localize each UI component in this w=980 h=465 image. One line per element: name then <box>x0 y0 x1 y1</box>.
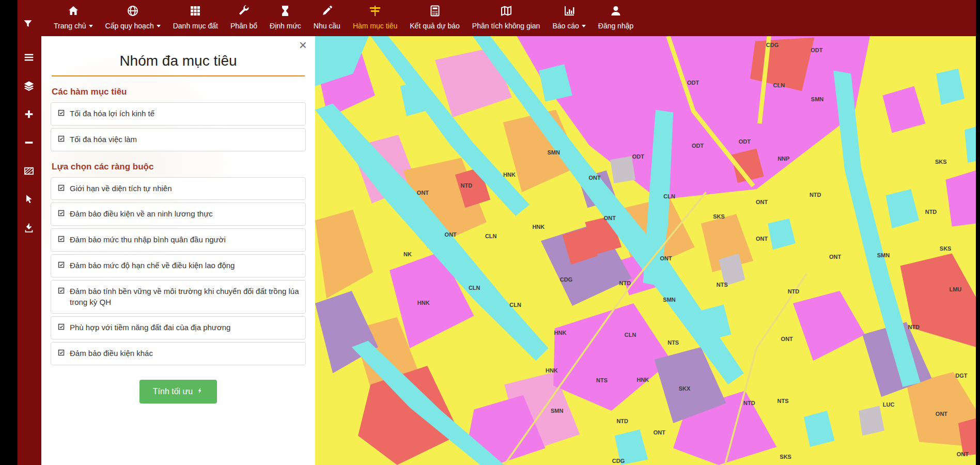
nav-item-3[interactable]: Phân bổ <box>224 0 263 30</box>
select-area-icon <box>23 169 35 178</box>
option-row[interactable]: Phù hợp với tiềm năng đất đai của địa ph… <box>51 316 306 339</box>
option-row[interactable]: Đảm bảo mức độ hạn chế về điều kiện lao … <box>51 254 306 277</box>
check-square-icon[interactable] <box>57 286 65 298</box>
map-zone-label: ONT <box>957 451 969 457</box>
section-heading: Các hàm mục tiêu <box>51 87 306 97</box>
check-square-icon[interactable] <box>57 134 65 146</box>
map-zone-label: HNK <box>546 367 558 374</box>
nav-item-label: Phân tích không gian <box>472 22 540 30</box>
map-zone-label: ONT <box>604 215 616 221</box>
select-area-tool[interactable] <box>23 165 36 178</box>
nav-item-2[interactable]: Danh mục đất <box>167 0 224 30</box>
map-zone-label: ONT <box>936 411 947 417</box>
check-square-icon[interactable] <box>57 322 65 334</box>
option-row[interactable]: Đảm bảo điều kiện về an ninh lương thực <box>51 203 306 226</box>
chart-icon <box>563 5 575 19</box>
map-zone-label: SKS <box>940 245 952 252</box>
map-zone-label: CLN <box>509 302 521 308</box>
option-label: Đảm bảo mức độ hạn chế về điều kiện lao … <box>70 260 235 271</box>
map-zone-label: HNK <box>636 377 649 383</box>
map-zone-label: ONT <box>660 255 672 261</box>
option-label: Đảm bảo tính bền vững về môi trường khi … <box>70 286 299 308</box>
map-zone-label: CDG <box>560 276 572 283</box>
nav-item-9[interactable]: Báo cáo <box>546 0 592 30</box>
close-panel-button[interactable]: × <box>299 38 307 52</box>
wrench-icon <box>238 5 250 19</box>
filter-button[interactable] <box>23 19 36 32</box>
signpost-icon <box>369 5 381 19</box>
map-zone-label: ONT <box>781 336 793 342</box>
nav-item-7[interactable]: Kết quả dự báo <box>403 0 466 30</box>
map-zone-label: NTS <box>777 398 789 404</box>
nav-item-0[interactable]: Trang chủ <box>48 0 99 30</box>
map-zone-label: NK <box>403 251 412 257</box>
nav-item-label: Trang chủ <box>54 22 93 30</box>
caret-down-icon <box>89 25 93 27</box>
map-toolbar <box>18 36 41 465</box>
bolt-icon <box>197 386 204 397</box>
compute-optimal-button[interactable]: Tính tối ưu <box>139 380 217 404</box>
nav-item-5[interactable]: Nhu cầu <box>307 0 347 30</box>
map-zone-label: ONT <box>756 236 768 242</box>
section-heading: Lựa chọn các ràng buộc <box>51 162 306 172</box>
check-square-icon[interactable] <box>57 108 65 120</box>
option-label: Tối đa hóa lợi ích kinh tế <box>70 108 154 119</box>
zoom-out-icon <box>23 141 35 150</box>
option-row[interactable]: Đảm bảo mức thu nhập bình quân đầu người <box>51 228 306 252</box>
title-divider <box>52 75 305 76</box>
map-zone-label: ODT <box>632 153 644 160</box>
map-zone-label: NTD <box>619 280 631 286</box>
nav-item-8[interactable]: Phân tích không gian <box>466 0 547 30</box>
grid-icon <box>189 5 201 19</box>
map-zone-label: ODT <box>692 143 704 149</box>
nav-item-1[interactable]: Cấp quy hoạch <box>99 0 167 30</box>
nav-item-6[interactable]: Hàm mục tiêu <box>347 0 403 30</box>
option-label: Đảm bảo điều kiện khác <box>70 348 153 359</box>
map-zone-label: SKS <box>713 213 725 220</box>
download-icon <box>23 226 35 235</box>
user-icon <box>610 5 622 19</box>
option-row[interactable]: Tối đa hóa việc làm <box>51 128 306 151</box>
check-square-icon[interactable] <box>57 348 65 360</box>
layers-icon <box>23 84 35 93</box>
nav-item-10[interactable]: Đăng nhập <box>592 0 640 30</box>
option-label: Đảm bảo điều kiện về an ninh lương thực <box>70 208 213 220</box>
menu-icon <box>23 56 35 65</box>
check-square-icon[interactable] <box>57 260 65 272</box>
map-zone-label: NTD <box>908 324 920 330</box>
option-row[interactable]: Đảm bảo tính bền vững về môi trường khi … <box>51 280 306 314</box>
navbar-items: Trang chủCấp quy hoạchDanh mục đấtPhân b… <box>48 0 640 30</box>
nav-item-4[interactable]: Định mức <box>263 0 307 30</box>
menu-tool[interactable] <box>23 52 36 64</box>
compute-optimal-label: Tính tối ưu <box>153 387 193 396</box>
nav-item-label: Nhu cầu <box>314 22 340 30</box>
map-zone-label: SMN <box>663 297 675 303</box>
option-label: Giới hạn về diện tích tự nhiên <box>70 183 172 194</box>
pointer-icon <box>23 198 35 207</box>
pointer-tool[interactable] <box>23 194 36 206</box>
zoom-out-tool[interactable] <box>23 137 36 149</box>
globe-icon <box>127 5 139 19</box>
map-zone-label: CLN <box>469 285 480 291</box>
download-tool[interactable] <box>23 222 36 235</box>
map-zone-label: SMN <box>811 96 823 102</box>
map-zone-label: CDG <box>766 42 779 48</box>
check-square-icon[interactable] <box>57 208 65 220</box>
map-zone-label: NTS <box>596 377 608 383</box>
layers-tool[interactable] <box>23 80 36 92</box>
map-zone-label: NNP <box>777 156 789 162</box>
map-zone-label: ODT <box>739 138 751 145</box>
map-labels: CDGODTODTCLNSMNODTODTSMNODTNNPSKSHNKNTDO… <box>315 36 976 465</box>
option-label: Tối đa hóa việc làm <box>70 134 137 145</box>
objectives-panel: × Nhóm đa mục tiêu Các hàm mục tiêuTối đ… <box>41 36 315 465</box>
map-zone-label: ODT <box>811 47 822 53</box>
land-use-map[interactable]: CDGODTODTCLNSMNODTODTSMNODTNNPSKSHNKNTDO… <box>315 36 976 465</box>
zoom-in-tool[interactable] <box>23 109 36 121</box>
option-row[interactable]: Đảm bảo điều kiện khác <box>51 342 306 365</box>
option-row[interactable]: Giới hạn về diện tích tự nhiên <box>51 177 306 200</box>
map-zone-label: ONT <box>829 254 841 260</box>
check-square-icon[interactable] <box>57 183 65 195</box>
check-square-icon[interactable] <box>57 234 65 246</box>
option-row[interactable]: Tối đa hóa lợi ích kinh tế <box>51 102 306 126</box>
nav-item-label: Định mức <box>270 22 301 30</box>
